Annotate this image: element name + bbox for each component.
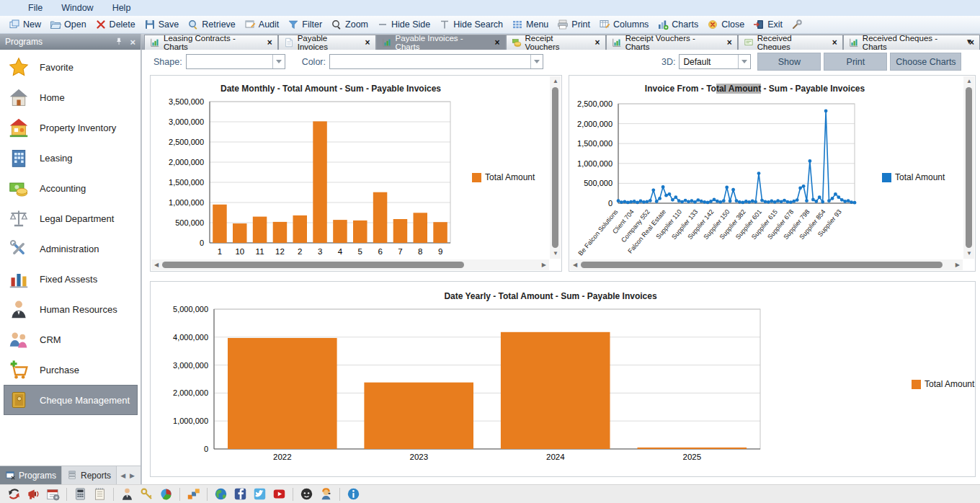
print-toolbar-button[interactable]: Print [553,17,594,33]
scroll-right-icon[interactable]: ▶ [542,262,546,268]
sidebar-item-crm[interactable]: CRM [0,324,140,355]
scroll-down-icon[interactable]: ▼ [966,251,972,257]
scrollbar-thumb[interactable] [552,87,558,248]
retrieve-toolbar-button[interactable]: Retrieve [183,17,240,33]
save-toolbar-button[interactable]: Save [140,17,184,33]
print-button[interactable]: Print [824,53,887,71]
separator [293,488,293,501]
tab-close-icon[interactable]: × [832,37,837,48]
person-silhouette-icon[interactable] [120,487,134,501]
choose-charts-button[interactable]: Choose Charts [890,53,961,71]
vertical-scrollbar[interactable]: ▲ ▼ [963,76,974,259]
bottom-tab-reports[interactable]: Reports [62,466,117,484]
data-point-marker [764,200,767,203]
hide-search-toolbar-button[interactable]: Hide Search [435,17,507,33]
scroll-left-icon[interactable]: ◀ [573,262,577,268]
delete-toolbar-button[interactable]: Delete [91,17,140,33]
x-tick-label: 11 [256,247,264,256]
separator [339,488,340,501]
sidebar-item-administration[interactable]: Administration [0,233,140,264]
sidebar-item-fixed-assests[interactable]: Fixed Assests [0,264,140,294]
scroll-left-icon[interactable]: ◀ [120,472,125,479]
tab-payable-invoices-charts[interactable]: Payable Invoices - Charts× [376,35,506,50]
globe-icon[interactable] [214,487,228,501]
twitter-icon[interactable] [253,487,267,501]
show-button[interactable]: Show [757,53,821,71]
pin-icon[interactable] [114,37,124,47]
pie-chart-icon[interactable] [159,487,173,501]
horizontal-scrollbar[interactable]: ◀ ▶ [151,259,549,270]
menu-window[interactable]: Window [52,3,102,13]
youtube-icon[interactable] [272,487,286,501]
scroll-right-icon[interactable]: ▶ [130,472,135,479]
scrollbar-thumb[interactable] [581,262,943,268]
scrollbar-thumb[interactable] [966,87,972,248]
tab-receipt-vouchers-charts[interactable]: Receipt Vouchers - Charts× [606,35,738,50]
shape-select[interactable] [186,54,285,69]
vertical-scrollbar[interactable]: ▲ ▼ [550,76,561,259]
bottom-tab-programs[interactable]: Programs [0,466,62,484]
sidebar-close-icon[interactable]: × [130,37,135,48]
scroll-up-icon[interactable]: ▲ [966,79,972,84]
scroll-right-icon[interactable]: ▶ [956,262,960,268]
bottom-tab-scroll-arrows[interactable]: ◀▶ [120,466,141,484]
columns-toolbar-button[interactable]: Columns [594,17,653,33]
tab-overflow-dropdown-icon[interactable]: ▼ [966,37,973,45]
scroll-down-icon[interactable]: ▼ [553,251,558,257]
new-toolbar-button[interactable]: New [4,17,45,33]
sidebar-item-favorite[interactable]: Favorite [0,52,140,82]
chevron-down-icon[interactable] [530,55,543,68]
tab-close-icon[interactable]: × [365,37,370,48]
tab-close-icon[interactable]: × [727,37,732,48]
sidebar-item-human-resources[interactable]: Human Resources [0,294,140,324]
facebook-icon[interactable] [233,487,247,501]
hide-side-toolbar-button[interactable]: Hide Side [373,17,435,33]
filter-toolbar-button[interactable]: Filter [283,17,326,33]
menu-help[interactable]: Help [103,3,141,13]
open-toolbar-button[interactable]: Open [45,17,91,33]
data-point-marker [818,195,821,199]
tab-receipt-vouchers[interactable]: Receipt Vouchers× [506,35,606,50]
data-point-marker [722,199,726,202]
scroll-up-icon[interactable]: ▲ [553,79,558,84]
sidebar-item-accounting[interactable]: Accounting [0,173,140,203]
menu-file[interactable]: File [19,3,52,13]
tab-received-cheques-charts[interactable]: Received Cheques - Charts× [843,35,980,50]
charts-toolbar-button[interactable]: Charts [653,17,703,33]
horizontal-scrollbar[interactable]: ◀ ▶ [570,259,963,270]
exit-toolbar-button[interactable]: Exit [749,17,787,33]
zoom-toolbar-button[interactable]: Zoom [326,17,373,33]
menu-toolbar-button[interactable]: Menu [507,17,553,33]
sidebar-item-leasing[interactable]: Leasing [0,143,140,173]
sidebar-item-property-inventory[interactable]: Property Inventory [0,112,140,143]
chevron-down-icon[interactable] [738,55,750,68]
sidebar-item-home[interactable]: Home [0,82,140,112]
calculator-icon[interactable] [74,487,87,501]
info-icon[interactable] [347,487,360,501]
tab-close-icon[interactable]: × [495,37,500,48]
sidebar-item-legal-department[interactable]: Legal Department [0,203,140,233]
support-agent-icon[interactable] [319,487,333,501]
sidebar-item-purchase[interactable]: Purchase [0,355,140,385]
tab-received-cheques[interactable]: Received Cheques× [738,35,843,50]
calendar-icon[interactable] [46,487,60,501]
tab-close-icon[interactable]: × [267,37,272,48]
scroll-left-icon[interactable]: ◀ [154,262,159,268]
scrollbar-thumb[interactable] [162,262,464,268]
blocks-icon[interactable] [187,487,200,501]
close-toolbar-button[interactable]: Close [703,17,749,33]
threed-select[interactable]: Default [679,54,751,69]
audit-toolbar-button[interactable]: Audit [240,17,284,33]
notepad-icon[interactable] [93,487,107,501]
tab-payable-invoices[interactable]: Payable Invoices× [278,35,376,50]
tab-close-icon[interactable]: × [595,37,600,48]
megaphone-icon[interactable] [27,487,40,501]
sidebar-item-cheque-management[interactable]: Cheque Management [4,385,138,415]
customize-toolbar-button[interactable] [787,17,807,33]
color-select[interactable] [329,54,543,69]
chevron-down-icon[interactable] [272,55,285,68]
keys-icon[interactable] [140,487,153,501]
avatar-icon[interactable] [300,487,313,501]
tab-leasing-contracts-charts[interactable]: Leasing Contracts - Charts× [144,35,278,50]
refresh-icon[interactable] [7,487,21,501]
